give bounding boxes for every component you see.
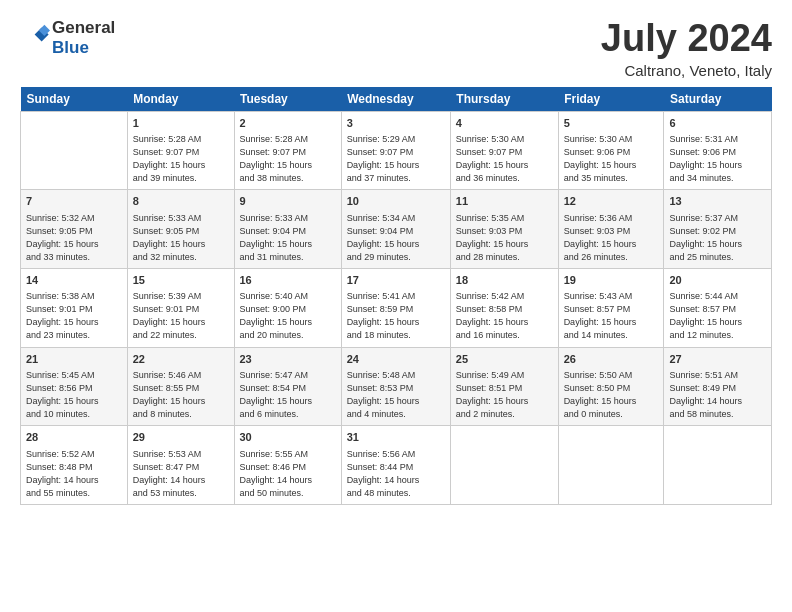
calendar-cell: 19Sunrise: 5:43 AMSunset: 8:57 PMDayligh… [558, 268, 664, 347]
day-number: 4 [456, 116, 553, 131]
day-number: 14 [26, 273, 122, 288]
day-number: 30 [240, 430, 336, 445]
day-number: 6 [669, 116, 766, 131]
cell-info: Sunrise: 5:34 AMSunset: 9:04 PMDaylight:… [347, 212, 445, 264]
logo-line1: General [52, 18, 115, 38]
cell-info: Sunrise: 5:30 AMSunset: 9:06 PMDaylight:… [564, 133, 659, 185]
cell-info: Sunrise: 5:44 AMSunset: 8:57 PMDaylight:… [669, 290, 766, 342]
day-number: 3 [347, 116, 445, 131]
calendar-cell: 2Sunrise: 5:28 AMSunset: 9:07 PMDaylight… [234, 111, 341, 190]
day-number: 15 [133, 273, 229, 288]
cell-info: Sunrise: 5:41 AMSunset: 8:59 PMDaylight:… [347, 290, 445, 342]
calendar-cell: 22Sunrise: 5:46 AMSunset: 8:55 PMDayligh… [127, 347, 234, 426]
day-number: 12 [564, 194, 659, 209]
calendar-cell: 20Sunrise: 5:44 AMSunset: 8:57 PMDayligh… [664, 268, 772, 347]
calendar-cell: 3Sunrise: 5:29 AMSunset: 9:07 PMDaylight… [341, 111, 450, 190]
calendar-cell: 30Sunrise: 5:55 AMSunset: 8:46 PMDayligh… [234, 426, 341, 505]
cell-info: Sunrise: 5:37 AMSunset: 9:02 PMDaylight:… [669, 212, 766, 264]
calendar-cell: 14Sunrise: 5:38 AMSunset: 9:01 PMDayligh… [21, 268, 128, 347]
week-row-1: 1Sunrise: 5:28 AMSunset: 9:07 PMDaylight… [21, 111, 772, 190]
day-number: 7 [26, 194, 122, 209]
cell-info: Sunrise: 5:50 AMSunset: 8:50 PMDaylight:… [564, 369, 659, 421]
calendar-cell: 11Sunrise: 5:35 AMSunset: 9:03 PMDayligh… [450, 190, 558, 269]
day-number: 26 [564, 352, 659, 367]
cell-info: Sunrise: 5:55 AMSunset: 8:46 PMDaylight:… [240, 448, 336, 500]
calendar-cell: 9Sunrise: 5:33 AMSunset: 9:04 PMDaylight… [234, 190, 341, 269]
day-number: 31 [347, 430, 445, 445]
day-number: 22 [133, 352, 229, 367]
cell-info: Sunrise: 5:33 AMSunset: 9:05 PMDaylight:… [133, 212, 229, 264]
calendar-cell: 29Sunrise: 5:53 AMSunset: 8:47 PMDayligh… [127, 426, 234, 505]
day-number: 20 [669, 273, 766, 288]
cell-info: Sunrise: 5:29 AMSunset: 9:07 PMDaylight:… [347, 133, 445, 185]
calendar-cell: 31Sunrise: 5:56 AMSunset: 8:44 PMDayligh… [341, 426, 450, 505]
cell-info: Sunrise: 5:56 AMSunset: 8:44 PMDaylight:… [347, 448, 445, 500]
week-row-4: 21Sunrise: 5:45 AMSunset: 8:56 PMDayligh… [21, 347, 772, 426]
col-header-wednesday: Wednesday [341, 87, 450, 112]
calendar-cell: 7Sunrise: 5:32 AMSunset: 9:05 PMDaylight… [21, 190, 128, 269]
cell-info: Sunrise: 5:40 AMSunset: 9:00 PMDaylight:… [240, 290, 336, 342]
cell-info: Sunrise: 5:31 AMSunset: 9:06 PMDaylight:… [669, 133, 766, 185]
cell-info: Sunrise: 5:49 AMSunset: 8:51 PMDaylight:… [456, 369, 553, 421]
calendar-cell: 10Sunrise: 5:34 AMSunset: 9:04 PMDayligh… [341, 190, 450, 269]
calendar-cell: 15Sunrise: 5:39 AMSunset: 9:01 PMDayligh… [127, 268, 234, 347]
cell-info: Sunrise: 5:47 AMSunset: 8:54 PMDaylight:… [240, 369, 336, 421]
calendar-cell: 24Sunrise: 5:48 AMSunset: 8:53 PMDayligh… [341, 347, 450, 426]
cell-info: Sunrise: 5:32 AMSunset: 9:05 PMDaylight:… [26, 212, 122, 264]
cell-info: Sunrise: 5:35 AMSunset: 9:03 PMDaylight:… [456, 212, 553, 264]
calendar-cell [450, 426, 558, 505]
cell-info: Sunrise: 5:30 AMSunset: 9:07 PMDaylight:… [456, 133, 553, 185]
day-number: 5 [564, 116, 659, 131]
calendar-cell: 23Sunrise: 5:47 AMSunset: 8:54 PMDayligh… [234, 347, 341, 426]
calendar-cell: 26Sunrise: 5:50 AMSunset: 8:50 PMDayligh… [558, 347, 664, 426]
day-number: 10 [347, 194, 445, 209]
day-number: 1 [133, 116, 229, 131]
calendar-cell: 8Sunrise: 5:33 AMSunset: 9:05 PMDaylight… [127, 190, 234, 269]
calendar-cell: 17Sunrise: 5:41 AMSunset: 8:59 PMDayligh… [341, 268, 450, 347]
day-number: 25 [456, 352, 553, 367]
calendar-table: SundayMondayTuesdayWednesdayThursdayFrid… [20, 87, 772, 505]
day-number: 8 [133, 194, 229, 209]
calendar-cell: 13Sunrise: 5:37 AMSunset: 9:02 PMDayligh… [664, 190, 772, 269]
calendar-cell: 27Sunrise: 5:51 AMSunset: 8:49 PMDayligh… [664, 347, 772, 426]
calendar-cell: 25Sunrise: 5:49 AMSunset: 8:51 PMDayligh… [450, 347, 558, 426]
day-number: 11 [456, 194, 553, 209]
day-number: 16 [240, 273, 336, 288]
day-number: 21 [26, 352, 122, 367]
cell-info: Sunrise: 5:53 AMSunset: 8:47 PMDaylight:… [133, 448, 229, 500]
calendar-cell [21, 111, 128, 190]
cell-info: Sunrise: 5:48 AMSunset: 8:53 PMDaylight:… [347, 369, 445, 421]
day-number: 27 [669, 352, 766, 367]
cell-info: Sunrise: 5:42 AMSunset: 8:58 PMDaylight:… [456, 290, 553, 342]
col-header-monday: Monday [127, 87, 234, 112]
week-row-2: 7Sunrise: 5:32 AMSunset: 9:05 PMDaylight… [21, 190, 772, 269]
calendar-cell: 12Sunrise: 5:36 AMSunset: 9:03 PMDayligh… [558, 190, 664, 269]
week-row-5: 28Sunrise: 5:52 AMSunset: 8:48 PMDayligh… [21, 426, 772, 505]
day-number: 28 [26, 430, 122, 445]
calendar-cell [664, 426, 772, 505]
cell-info: Sunrise: 5:28 AMSunset: 9:07 PMDaylight:… [240, 133, 336, 185]
day-number: 13 [669, 194, 766, 209]
cell-info: Sunrise: 5:33 AMSunset: 9:04 PMDaylight:… [240, 212, 336, 264]
calendar-cell: 5Sunrise: 5:30 AMSunset: 9:06 PMDaylight… [558, 111, 664, 190]
cell-info: Sunrise: 5:46 AMSunset: 8:55 PMDaylight:… [133, 369, 229, 421]
day-number: 18 [456, 273, 553, 288]
cell-info: Sunrise: 5:45 AMSunset: 8:56 PMDaylight:… [26, 369, 122, 421]
col-header-friday: Friday [558, 87, 664, 112]
col-header-saturday: Saturday [664, 87, 772, 112]
main-title: July 2024 [601, 18, 772, 60]
day-number: 23 [240, 352, 336, 367]
page: General Blue July 2024 Caltrano, Veneto,… [0, 0, 792, 517]
col-header-tuesday: Tuesday [234, 87, 341, 112]
cell-info: Sunrise: 5:36 AMSunset: 9:03 PMDaylight:… [564, 212, 659, 264]
day-number: 17 [347, 273, 445, 288]
cell-info: Sunrise: 5:43 AMSunset: 8:57 PMDaylight:… [564, 290, 659, 342]
day-number: 24 [347, 352, 445, 367]
calendar-cell: 16Sunrise: 5:40 AMSunset: 9:00 PMDayligh… [234, 268, 341, 347]
col-header-thursday: Thursday [450, 87, 558, 112]
logo-icon [22, 22, 50, 50]
day-number: 9 [240, 194, 336, 209]
calendar-cell: 1Sunrise: 5:28 AMSunset: 9:07 PMDaylight… [127, 111, 234, 190]
cell-info: Sunrise: 5:39 AMSunset: 9:01 PMDaylight:… [133, 290, 229, 342]
cell-info: Sunrise: 5:28 AMSunset: 9:07 PMDaylight:… [133, 133, 229, 185]
